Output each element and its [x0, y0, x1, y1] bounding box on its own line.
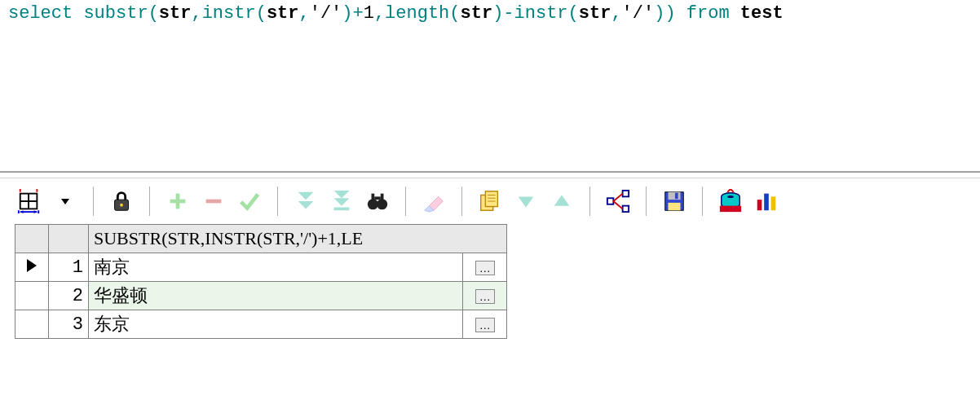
- cell-editor-button[interactable]: …: [463, 253, 507, 282]
- svg-rect-42: [771, 196, 776, 210]
- table-row[interactable]: 1南京…: [15, 253, 507, 282]
- lock-icon: [109, 189, 134, 213]
- pane-divider[interactable]: [0, 171, 980, 178]
- punct: ): [664, 3, 675, 24]
- lock-button[interactable]: [105, 185, 138, 217]
- row-number[interactable]: 1: [49, 253, 89, 282]
- find-button[interactable]: [361, 185, 394, 217]
- punct: (: [568, 3, 579, 24]
- cell-editor-button[interactable]: …: [463, 282, 507, 310]
- triangle-down-icon: [514, 189, 538, 213]
- export-button[interactable]: [714, 185, 747, 217]
- results-grid-wrap: SUBSTR(STR,INSTR(STR,'/')+1,LE 1南京…2华盛顿……: [0, 224, 980, 339]
- save-button[interactable]: [658, 185, 691, 217]
- svg-marker-26: [519, 196, 534, 207]
- punct: ,: [611, 3, 621, 24]
- punct: (: [148, 3, 159, 24]
- row-number[interactable]: 3: [49, 310, 89, 339]
- svg-rect-22: [485, 191, 497, 207]
- svg-point-5: [120, 204, 123, 207]
- id-str: str: [579, 3, 611, 24]
- punct: (: [449, 3, 460, 24]
- row-marker[interactable]: [15, 310, 49, 339]
- results-toolbar: [0, 178, 980, 224]
- commit-button[interactable]: [233, 185, 266, 217]
- grid-rownum-header[interactable]: [49, 225, 89, 253]
- cell-value[interactable]: 华盛顿: [89, 282, 463, 310]
- query-builder-button[interactable]: [602, 185, 634, 217]
- svg-rect-34: [669, 192, 681, 200]
- plus-icon: [166, 189, 190, 213]
- caret-down-icon: [60, 196, 71, 207]
- sql-editor[interactable]: select substr(str,instr(str,'/')+1,lengt…: [0, 0, 980, 171]
- cell-editor-button[interactable]: …: [463, 310, 507, 339]
- grid-corner[interactable]: [15, 225, 49, 253]
- punct: ,: [298, 3, 309, 24]
- grid-edit-icon: [17, 189, 42, 213]
- separator: [277, 187, 278, 216]
- fetch-next-button[interactable]: [289, 185, 322, 217]
- table-row[interactable]: 2华盛顿…: [15, 282, 507, 310]
- separator: [405, 187, 406, 216]
- grid-edit-button[interactable]: [13, 185, 46, 217]
- svg-rect-30: [623, 206, 629, 213]
- ellipsis-icon: …: [475, 318, 495, 332]
- op-minus: -: [503, 3, 514, 24]
- fetch-all-button[interactable]: [325, 185, 358, 217]
- table-row[interactable]: 3东京…: [15, 310, 507, 339]
- results-grid[interactable]: SUBSTR(STR,INSTR(STR,'/')+1,LE 1南京…2华盛顿……: [15, 224, 507, 339]
- eraser-icon: [422, 189, 446, 213]
- svg-rect-39: [720, 206, 741, 213]
- id-str: str: [267, 3, 299, 24]
- tree-icon: [606, 189, 630, 213]
- svg-rect-36: [669, 203, 681, 210]
- current-row-icon: [27, 259, 37, 272]
- chart-button[interactable]: [750, 185, 783, 217]
- separator: [461, 187, 462, 216]
- add-row-button[interactable]: [161, 185, 194, 217]
- row-marker[interactable]: [15, 253, 49, 282]
- svg-marker-10: [298, 201, 314, 209]
- id-test: test: [740, 3, 784, 24]
- svg-rect-17: [381, 194, 384, 201]
- num: 1: [364, 3, 374, 24]
- svg-rect-16: [372, 194, 375, 201]
- triangle-up-icon: [550, 189, 574, 213]
- erase-button[interactable]: [417, 185, 450, 217]
- binoculars-icon: [365, 189, 390, 213]
- svg-rect-28: [607, 198, 614, 204]
- svg-rect-40: [757, 200, 762, 210]
- lit: '/': [622, 3, 655, 24]
- kw-select: select: [8, 3, 73, 24]
- chart-dropdown[interactable]: [786, 185, 797, 217]
- separator: [702, 187, 703, 216]
- minus-icon: [201, 189, 226, 213]
- sort-desc-button[interactable]: [510, 185, 542, 217]
- punct: ,: [374, 3, 385, 24]
- chart-icon: [754, 189, 779, 213]
- op-plus: +: [353, 3, 364, 24]
- lit: '/': [310, 3, 342, 24]
- kw-from: from: [686, 3, 730, 24]
- sort-asc-button[interactable]: [545, 185, 578, 217]
- svg-marker-9: [298, 192, 314, 200]
- remove-row-button[interactable]: [197, 185, 230, 217]
- row-marker[interactable]: [15, 282, 49, 310]
- svg-rect-35: [675, 193, 678, 200]
- punct: (: [256, 3, 267, 24]
- cell-value[interactable]: 东京: [89, 310, 463, 339]
- svg-marker-27: [554, 196, 570, 206]
- separator: [646, 187, 647, 216]
- svg-line-31: [613, 194, 622, 201]
- punct: ): [492, 3, 503, 24]
- fn-length: length: [385, 3, 449, 24]
- fetch-next-icon: [294, 189, 318, 213]
- grid-column-header[interactable]: SUBSTR(STR,INSTR(STR,'/')+1,LE: [89, 225, 507, 253]
- svg-rect-29: [623, 191, 629, 197]
- id-str: str: [461, 3, 493, 24]
- svg-point-38: [727, 196, 734, 198]
- cell-value[interactable]: 南京: [89, 253, 463, 282]
- grid-edit-dropdown[interactable]: [49, 185, 82, 217]
- row-number[interactable]: 2: [49, 282, 89, 310]
- copy-button[interactable]: [474, 185, 506, 217]
